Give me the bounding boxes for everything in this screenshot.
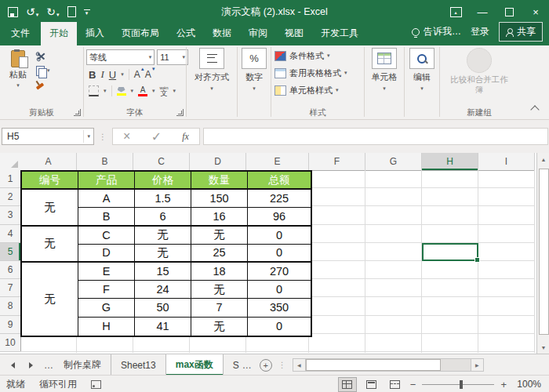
cell-B9[interactable]: H xyxy=(78,318,135,336)
ribbon-display-options-button[interactable]: ▴ xyxy=(442,0,469,24)
conditional-formatting-button[interactable]: 条件格式▾ xyxy=(274,48,364,64)
sheet-tab-partial[interactable]: S xyxy=(224,354,242,376)
editing-dropdown-icon[interactable]: ▾ xyxy=(420,85,424,92)
enter-icon[interactable]: ✓ xyxy=(151,129,162,144)
cut-button[interactable] xyxy=(36,51,50,62)
paste-button[interactable]: 粘贴 ▾ xyxy=(0,48,36,106)
cell-B5[interactable]: D xyxy=(78,245,135,263)
customize-qat-button[interactable]: ▾ xyxy=(84,9,90,15)
row-header-6[interactable]: 6 xyxy=(0,261,20,279)
font-color-button[interactable]: A xyxy=(138,86,147,96)
horizontal-scrollbar[interactable]: ◀ ▶ xyxy=(293,359,484,371)
sheet-nav-left-icon[interactable] xyxy=(11,362,15,368)
tab-page-layout[interactable]: 页面布局 xyxy=(113,22,168,45)
sign-in-button[interactable]: 登录 xyxy=(471,25,489,38)
col-header-F[interactable]: F xyxy=(309,153,365,170)
tab-file[interactable]: 文件 xyxy=(0,22,41,45)
fill-color-button[interactable] xyxy=(117,87,126,96)
tab-formulas[interactable]: 公式 xyxy=(168,22,204,45)
cell-B3[interactable]: B xyxy=(78,208,135,226)
cell-C3[interactable]: 6 xyxy=(135,208,191,226)
new-document-icon[interactable] xyxy=(67,6,76,17)
maximize-button[interactable] xyxy=(496,0,522,24)
col-header-A[interactable]: A xyxy=(20,153,77,170)
cell-E7[interactable]: 0 xyxy=(248,281,311,299)
font-name-select[interactable]: 等线▾ xyxy=(86,49,155,65)
cell-A6-A9-merged[interactable]: 无 xyxy=(22,263,78,336)
row-header-3[interactable]: 3 xyxy=(0,206,20,224)
close-button[interactable]: × xyxy=(522,0,549,24)
scroll-down-icon[interactable]: ▼ xyxy=(537,341,549,354)
cells-group[interactable]: 单元格 ▾ xyxy=(365,45,404,119)
cell-D4[interactable]: 无 xyxy=(191,227,248,245)
cell-E2[interactable]: 225 xyxy=(248,190,311,208)
col-header-G[interactable]: G xyxy=(365,153,422,170)
col-header-C[interactable]: C xyxy=(133,153,190,170)
bold-button[interactable]: B xyxy=(89,69,96,81)
tab-review[interactable]: 审阅 xyxy=(240,22,276,45)
cell-D6[interactable]: 18 xyxy=(191,263,248,281)
selected-cell-H5[interactable] xyxy=(422,243,478,261)
share-button[interactable]: 共享 xyxy=(499,22,543,42)
row-header-2[interactable]: 2 xyxy=(0,188,20,206)
formula-input[interactable] xyxy=(203,128,548,145)
undo-dropdown-icon[interactable]: ▾ xyxy=(36,12,39,17)
row-header-7[interactable]: 7 xyxy=(0,279,20,297)
alignment-dropdown-icon[interactable]: ▾ xyxy=(210,85,213,92)
cancel-icon[interactable]: × xyxy=(123,129,130,143)
scroll-left-icon[interactable]: ◀ xyxy=(293,358,306,372)
name-box[interactable]: H5▾ xyxy=(2,128,94,145)
cell-A4-A5-merged[interactable]: 无 xyxy=(22,227,78,263)
clipboard-dialog-launcher[interactable] xyxy=(74,109,81,116)
row-header-9[interactable]: 9 xyxy=(0,316,20,334)
format-painter-button[interactable] xyxy=(36,79,50,90)
italic-button[interactable]: I xyxy=(100,68,104,81)
cell-D3[interactable]: 16 xyxy=(191,208,248,226)
row-header-5-selected[interactable]: 5 xyxy=(0,243,20,261)
cell-B7[interactable]: F xyxy=(78,281,135,299)
copy-button[interactable]: ▾ xyxy=(36,65,50,76)
cell-D8[interactable]: 7 xyxy=(191,299,248,317)
cell-C8[interactable]: 50 xyxy=(135,299,191,317)
page-layout-view-button[interactable] xyxy=(363,378,380,391)
zoom-slider[interactable] xyxy=(422,384,494,385)
zoom-out-button[interactable]: − xyxy=(410,379,416,390)
cell-B8[interactable]: G xyxy=(78,299,135,317)
tell-me-box[interactable]: 告诉我… xyxy=(412,25,461,38)
borders-button[interactable] xyxy=(89,85,99,96)
sheet-tab-sheet13[interactable]: Sheet13 xyxy=(111,354,166,376)
cell-A2-A3-merged[interactable]: 无 xyxy=(22,190,78,226)
underline-button[interactable]: U xyxy=(109,69,116,81)
cell-E3[interactable]: 96 xyxy=(248,208,311,226)
row-header-8[interactable]: 8 xyxy=(0,297,20,315)
sheet-more-left[interactable]: … xyxy=(44,360,54,371)
save-icon[interactable] xyxy=(8,7,18,17)
cell-D7[interactable]: 无 xyxy=(191,281,248,299)
sheet-tab-zhizuozhuopai[interactable]: 制作桌牌 xyxy=(54,354,111,376)
cells-dropdown-icon[interactable]: ▾ xyxy=(383,85,386,92)
add-sheet-button[interactable]: + xyxy=(260,359,272,372)
editing-group[interactable]: 编辑 ▾ xyxy=(405,45,439,119)
redo-button[interactable]: ↻▾ xyxy=(46,6,59,17)
normal-view-button[interactable] xyxy=(338,377,357,392)
col-header-H-selected[interactable]: H xyxy=(422,153,478,170)
sheet-tab-max-active[interactable]: max函数 xyxy=(166,354,224,376)
cell-styles-button[interactable]: 单元格样式▾ xyxy=(274,82,364,98)
status-circular-reference[interactable]: 循环引用 xyxy=(39,378,77,391)
row-header-10[interactable]: 10 xyxy=(0,334,20,352)
collapse-ribbon-icon[interactable] xyxy=(530,105,539,114)
macro-record-icon[interactable] xyxy=(91,380,101,389)
cell-C2[interactable]: 1.5 xyxy=(135,190,191,208)
zoom-level[interactable]: 100% xyxy=(513,379,541,390)
cell-B1[interactable]: 产品 xyxy=(78,172,135,190)
cell-E8[interactable]: 350 xyxy=(248,299,311,317)
horizontal-scroll-thumb[interactable] xyxy=(306,359,441,371)
zoom-in-button[interactable]: + xyxy=(500,379,507,390)
cell-C1[interactable]: 价格 xyxy=(135,172,191,190)
font-dialog-launcher[interactable] xyxy=(176,109,184,116)
col-header-B[interactable]: B xyxy=(77,153,133,170)
cell-C4[interactable]: 无 xyxy=(135,227,191,245)
tab-home[interactable]: 开始 xyxy=(41,22,77,45)
undo-button[interactable]: ↺▾ xyxy=(26,6,38,17)
cell-B6[interactable]: E xyxy=(78,263,135,281)
